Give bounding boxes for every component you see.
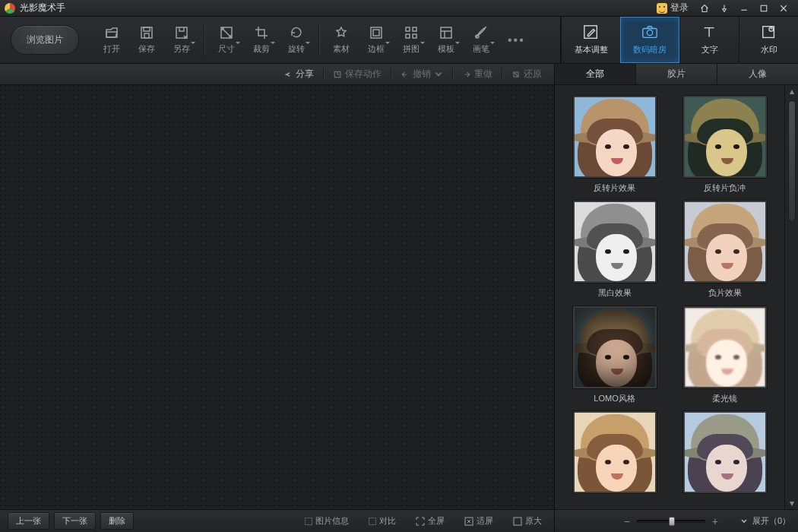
side-footer: − + 展开（0） [555,509,798,532]
share-button[interactable]: 分享 [279,66,318,82]
maximize-button[interactable] [754,2,774,15]
home-button[interactable] [695,2,714,15]
preset-label: 反转片负冲 [704,182,746,194]
original-size-button[interactable]: 原大 [508,515,546,527]
scrollbar-thumb[interactable] [788,100,796,222]
collage-button[interactable]: 拼图 [394,19,429,62]
zoom-out-button[interactable]: − [622,515,632,527]
expand-button[interactable]: 展开（0） [752,515,790,527]
svg-rect-10 [406,34,410,38]
tool-label: 另存 [173,43,190,55]
material-icon [334,25,349,40]
preset-item[interactable]: 黑白效果 [573,201,657,299]
panel-tab-darkroom[interactable]: 数码暗房 [620,17,679,63]
preset-item[interactable] [683,411,767,499]
template-icon [439,25,454,40]
preset-thumbnail [573,201,657,283]
next-image-button[interactable]: 下一张 [54,512,96,530]
preset-thumbnail [683,201,767,283]
canvas-viewport[interactable] [0,85,554,509]
more-tools-button[interactable]: ••• [503,33,530,47]
preset-tab-1[interactable]: 胶片 [635,64,717,84]
fit-screen-button[interactable]: 适屏 [460,515,498,527]
collage-icon [404,25,419,40]
svg-rect-6 [371,27,382,38]
svg-rect-0 [761,5,767,11]
svg-rect-11 [413,34,416,38]
panel-tab-watermark[interactable]: 水印 [739,17,798,63]
text-icon [700,24,720,41]
preset-tab-2[interactable]: 人像 [717,64,798,84]
preset-scrollbar[interactable]: ▴ ▾ [784,85,798,509]
scroll-down-button[interactable]: ▾ [785,497,798,509]
tool-label: 边框 [368,43,385,55]
preset-label: 黑白效果 [598,287,632,299]
close-button[interactable] [774,2,793,15]
pin-button[interactable] [714,2,734,15]
preset-grid: 反转片效果 反转片负冲 [555,85,784,509]
border-button[interactable]: 边框 [359,19,394,62]
browse-images-button[interactable]: 浏览图片 [11,25,79,55]
scroll-up-button[interactable]: ▴ [785,85,798,97]
panel-tab-text[interactable]: 文字 [679,17,739,63]
login-label: 登录 [670,2,689,14]
save-action-button[interactable]: 保存动作 [328,66,386,82]
preset-thumbnail [573,96,657,178]
zoom-slider[interactable] [637,520,705,523]
saveas-button[interactable]: 另存 [164,19,199,62]
preset-label: 柔光镜 [712,393,737,404]
right-toolbar: 基本调整 数码暗房 文字 水印 [560,17,798,63]
login-button[interactable]: 登录 [657,2,689,14]
template-button[interactable]: 模板 [429,19,464,62]
brush-button[interactable]: 画笔 [464,19,499,62]
preset-item[interactable] [573,411,657,499]
svg-rect-22 [514,518,521,525]
save-button[interactable]: 保存 [129,19,164,62]
zoom-in-button[interactable]: + [710,515,720,527]
crop-button[interactable]: 裁剪 [244,19,279,62]
svg-point-16 [647,30,652,35]
fullscreen-button[interactable]: 全屏 [411,515,449,527]
preset-item[interactable]: 反转片负冲 [683,96,767,195]
chevron-down-icon [434,70,443,79]
border-icon [369,25,384,40]
tool-label: 拼图 [403,43,420,55]
tool-label: 素材 [333,43,350,55]
redo-button[interactable]: 重做 [458,66,497,82]
delete-image-button[interactable]: 删除 [100,512,134,530]
material-button[interactable]: 素材 [324,19,359,62]
titlebar: 光影魔术手 登录 [0,0,798,17]
app-title: 光影魔术手 [20,2,65,14]
login-avatar-icon [657,3,667,14]
compare-toggle[interactable]: 对比 [364,515,401,527]
zoom-slider-thumb[interactable] [669,517,675,526]
size-button[interactable]: 尺寸 [209,19,244,62]
canvas-toolbar: 分享 保存动作 撤销 重做 还原 [0,64,554,85]
minimize-button[interactable] [734,2,754,15]
preset-label: 反转片效果 [594,182,635,194]
main-toolbar: 浏览图片 打开 保存 另存 尺寸 裁剪 旋转 素材 边框 拼图 [0,17,798,64]
tool-label: 打开 [103,43,120,55]
side-panel: 全部胶片人像 反转片效果 [555,64,798,532]
preset-tab-row: 全部胶片人像 [555,64,798,85]
svg-rect-1 [141,27,152,38]
preset-tab-0[interactable]: 全部 [555,64,635,84]
preset-item[interactable]: 柔光镜 [683,306,767,405]
tool-label: 尺寸 [218,43,235,55]
preset-item[interactable]: 负片效果 [683,201,767,299]
saveas-icon [174,25,189,40]
prev-image-button[interactable]: 上一张 [8,512,49,530]
tool-label: 保存 [138,43,155,55]
tool-label: 裁剪 [253,43,270,55]
image-info-toggle[interactable]: 图片信息 [300,515,353,527]
preset-item[interactable]: LOMO风格 [573,306,657,405]
rotate-button[interactable]: 旋转 [279,19,314,62]
panel-tab-basic[interactable]: 基本调整 [561,17,620,63]
preset-label: 负片效果 [708,287,742,299]
preset-item[interactable]: 反转片效果 [573,96,657,195]
svg-rect-2 [144,27,150,31]
restore-button[interactable]: 还原 [507,66,546,82]
undo-button[interactable]: 撤销 [396,66,448,82]
open-button[interactable]: 打开 [94,19,129,62]
tool-label: 模板 [438,43,454,55]
